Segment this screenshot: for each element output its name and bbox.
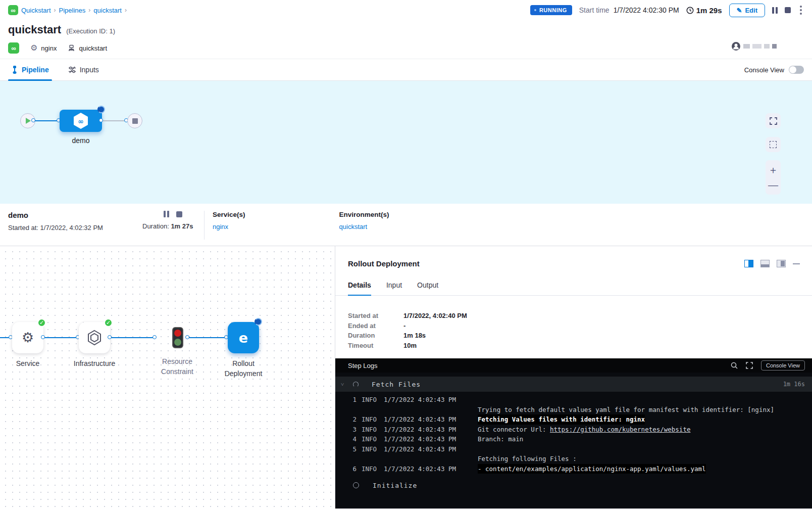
log-line: 3INFO1/7/2022 4:02:43 PMGit connector Ur…	[335, 425, 812, 435]
stop-execution-button[interactable]	[785, 7, 791, 13]
traffic-light-green-icon	[174, 339, 181, 346]
pipeline-icon	[11, 66, 18, 74]
pending-circle-icon	[353, 482, 359, 488]
expand-logs-icon[interactable]	[746, 362, 753, 369]
step-label-infrastructure: Infrastructure	[67, 358, 122, 368]
log-lines: 1INFO1/7/2022 4:02:43 PM Trying to fetch…	[335, 392, 812, 474]
traffic-light-red-icon	[174, 330, 181, 337]
stage-node-label: demo	[60, 136, 102, 145]
search-icon[interactable]	[731, 362, 738, 369]
zoom-in-button[interactable]: ＋	[768, 162, 778, 177]
step-node-rollout-deployment[interactable]: e	[228, 322, 259, 353]
step-label-rollout-deployment: Rollout Deployment	[216, 358, 271, 379]
edge-dot	[41, 335, 45, 339]
step-panel-title: Rollout Deployment	[348, 259, 420, 268]
detail-label: Started at	[348, 311, 403, 321]
edge	[43, 337, 79, 338]
play-icon	[26, 118, 31, 124]
stage-node-demo[interactable]: ∞	[60, 110, 102, 132]
edge-dot	[108, 335, 112, 339]
layout-right-view-button[interactable]	[777, 260, 786, 267]
tab-pipeline[interactable]: Pipeline	[8, 59, 52, 80]
start-time-value: 1/7/2022 4:02:30 PM	[614, 6, 679, 14]
edge	[110, 337, 156, 338]
pause-execution-button[interactable]	[772, 7, 778, 14]
minimize-panel-button[interactable]	[793, 263, 800, 264]
zoom-out-button[interactable]: —	[768, 177, 778, 193]
log-line: Trying to fetch default values yaml file…	[335, 405, 812, 415]
breadcrumb-pipelines[interactable]: Pipelines	[59, 7, 86, 14]
breadcrumb-pipeline-name[interactable]: quickstart	[93, 7, 122, 14]
detail-row: Timeout 10m	[348, 341, 812, 351]
tab-inputs[interactable]: Inputs	[65, 59, 102, 80]
tab-output[interactable]: Output	[417, 281, 438, 295]
status-badge: RUNNING	[530, 5, 572, 15]
step-label-service: Service	[5, 358, 50, 368]
fullscreen-icon	[770, 117, 777, 125]
cd-module-icon: ∞	[8, 42, 19, 54]
step-node-resource-constraint[interactable]	[172, 327, 183, 348]
log-viewer[interactable]: ˅ Fetch Files 1m 16s 1INFO1/7/2022 4:02:…	[335, 373, 812, 508]
redacted-text	[772, 44, 777, 49]
pipeline-canvas[interactable]: ∞ demo ＋ —	[0, 81, 812, 204]
dashed-square-icon	[770, 141, 777, 148]
edge-dot	[31, 118, 35, 122]
elapsed-time: 1m 29s	[696, 6, 722, 15]
stage-pause-button[interactable]	[164, 211, 169, 217]
log-section-initialize[interactable]: Initialize	[335, 479, 812, 492]
detail-label: Ended at	[348, 321, 403, 331]
console-view-label: Console View	[744, 66, 784, 74]
selection-mode-button[interactable]	[766, 137, 781, 152]
stage-info-bar: demo Started at: 1/7/2022, 4:02:32 PM Du…	[0, 204, 812, 246]
step-logs-title: Step Logs	[348, 362, 378, 369]
console-view-toggle[interactable]	[789, 66, 804, 74]
edge-dot	[153, 335, 157, 339]
pipeline-end-node[interactable]	[127, 113, 142, 128]
detail-value: 1m 18s	[403, 331, 426, 341]
edge-dot	[185, 335, 189, 339]
log-section-fetch-files[interactable]: ˅ Fetch Files 1m 16s	[335, 377, 812, 392]
fullscreen-button[interactable]	[766, 113, 781, 128]
log-line: 1INFO1/7/2022 4:02:43 PM	[335, 395, 812, 405]
layout-split-view-button[interactable]	[744, 260, 753, 267]
environments-label: Environment(s)	[339, 211, 389, 218]
redacted-text	[764, 44, 770, 49]
inputs-icon	[68, 66, 76, 73]
detail-label: Timeout	[348, 341, 403, 351]
breadcrumb: ∞ Quickstart › Pipelines › quickstart ›	[8, 5, 127, 15]
breadcrumb-project[interactable]: Quickstart	[21, 7, 51, 14]
environment-link[interactable]: quickstart	[339, 223, 368, 230]
edit-button[interactable]: ✎ Edit	[729, 4, 765, 17]
gear-icon: ⚙	[30, 44, 37, 52]
step-node-service[interactable]: ⚙ ✓	[12, 322, 43, 353]
stage-execution-canvas[interactable]: ⚙ ✓ Service ✓ Infrastructure Resource Co…	[0, 246, 335, 508]
redacted-text	[743, 44, 750, 49]
log-line: 5INFO1/7/2022 4:02:43 PM	[335, 444, 812, 454]
log-section-name: Initialize	[373, 482, 417, 489]
page-title: quickstart	[8, 23, 61, 36]
stage-stop-button[interactable]	[176, 211, 182, 217]
execution-id: (Execution ID: 1)	[66, 27, 115, 35]
log-line: 4INFO1/7/2022 4:02:43 PMBranch: main	[335, 434, 812, 444]
service-meta[interactable]: ⚙ nginx	[30, 44, 57, 52]
step-node-infrastructure[interactable]: ✓	[79, 322, 110, 353]
tab-details[interactable]: Details	[348, 281, 371, 295]
log-link-git-url[interactable]: https://github.com/kubernetes/website	[550, 426, 690, 433]
stop-square-icon	[132, 118, 138, 124]
environment-icon	[68, 44, 75, 52]
tab-input[interactable]: Input	[386, 281, 402, 295]
infrastructure-hexagon-icon	[87, 330, 102, 346]
stage-started-at: Started at: 1/7/2022, 4:02:32 PM	[8, 224, 142, 232]
divider	[204, 211, 205, 240]
running-spinner-dot-icon	[534, 9, 536, 11]
service-link[interactable]: nginx	[213, 223, 228, 230]
clock-icon	[686, 7, 694, 14]
page-title-row: quickstart (Execution ID: 1)	[0, 20, 812, 36]
log-line: 6INFO1/7/2022 4:02:43 PM- content/en/exa…	[335, 464, 812, 474]
layout-bottom-view-button[interactable]	[760, 260, 770, 267]
edge	[188, 337, 228, 338]
environment-meta[interactable]: quickstart	[68, 44, 107, 52]
console-view-button[interactable]: Console View	[761, 360, 805, 371]
more-options-button[interactable]	[798, 5, 804, 16]
stage-name: demo	[8, 211, 142, 219]
